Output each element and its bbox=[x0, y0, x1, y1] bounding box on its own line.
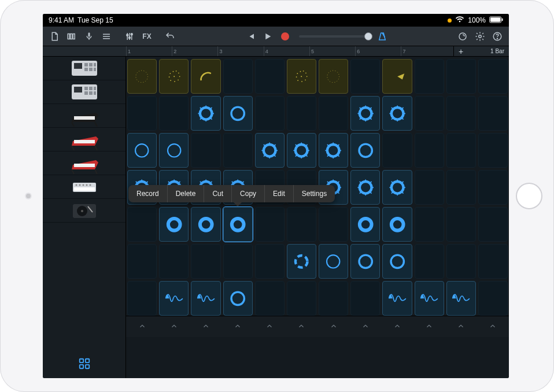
loop-cell[interactable] bbox=[446, 59, 476, 94]
add-bar-button[interactable]: + bbox=[459, 47, 463, 56]
loop-cell[interactable] bbox=[255, 244, 285, 279]
loop-cell[interactable] bbox=[223, 133, 253, 168]
loop-cell[interactable] bbox=[255, 59, 285, 94]
loop-cell[interactable] bbox=[382, 170, 412, 205]
loop-cell[interactable] bbox=[255, 207, 285, 242]
column-trigger[interactable] bbox=[255, 319, 285, 334]
loop-cell[interactable] bbox=[255, 133, 285, 168]
loop-cell[interactable] bbox=[223, 244, 253, 279]
context-copy-button[interactable]: Copy bbox=[232, 185, 265, 202]
loop-cell[interactable] bbox=[382, 207, 412, 242]
loop-cell[interactable] bbox=[446, 170, 476, 205]
context-edit-button[interactable]: Edit bbox=[265, 185, 294, 202]
loop-cell[interactable] bbox=[415, 133, 444, 168]
record-button[interactable] bbox=[277, 29, 293, 44]
loop-cell[interactable] bbox=[319, 133, 348, 168]
track-header-synth[interactable] bbox=[43, 175, 125, 199]
column-trigger[interactable] bbox=[350, 319, 380, 334]
context-cut-button[interactable]: Cut bbox=[204, 185, 232, 202]
loop-cell[interactable] bbox=[223, 281, 253, 316]
track-header-keyboard-2[interactable] bbox=[43, 128, 125, 151]
loop-cell[interactable] bbox=[350, 96, 380, 131]
loop-cell[interactable] bbox=[159, 96, 189, 131]
loop-cell[interactable] bbox=[287, 133, 316, 168]
loop-cell[interactable] bbox=[159, 207, 189, 242]
column-trigger[interactable] bbox=[415, 319, 444, 334]
help-button[interactable] bbox=[489, 29, 505, 44]
loop-cell[interactable] bbox=[255, 281, 285, 316]
loop-cell[interactable] bbox=[382, 281, 412, 316]
loop-cell[interactable] bbox=[478, 244, 508, 279]
play-button[interactable] bbox=[260, 29, 276, 44]
master-volume-slider[interactable] bbox=[299, 35, 368, 38]
loop-cell[interactable] bbox=[319, 281, 348, 316]
loop-cell[interactable] bbox=[255, 96, 285, 131]
loop-cell[interactable] bbox=[350, 244, 380, 279]
mic-button[interactable] bbox=[81, 29, 97, 44]
live-loops-icon[interactable] bbox=[78, 357, 91, 372]
loop-cell[interactable] bbox=[446, 96, 476, 131]
loop-cell[interactable] bbox=[191, 133, 220, 168]
loop-cell[interactable] bbox=[478, 170, 508, 205]
column-trigger[interactable] bbox=[127, 319, 157, 334]
loop-cell[interactable] bbox=[191, 281, 220, 316]
loop-cell[interactable] bbox=[223, 96, 253, 131]
bar-label[interactable]: 1 Bar bbox=[490, 48, 504, 54]
column-trigger[interactable] bbox=[478, 319, 508, 334]
track-header-keyboard-3[interactable] bbox=[43, 151, 125, 175]
metronome-button[interactable] bbox=[374, 29, 390, 44]
mixer-button[interactable] bbox=[121, 29, 138, 44]
loop-cell[interactable] bbox=[478, 59, 508, 94]
column-trigger[interactable] bbox=[382, 319, 412, 334]
column-trigger[interactable] bbox=[191, 319, 220, 334]
loop-cell[interactable] bbox=[478, 133, 508, 168]
loop-cell[interactable] bbox=[415, 281, 444, 316]
rewind-button[interactable] bbox=[242, 29, 258, 44]
loop-cell[interactable] bbox=[191, 244, 220, 279]
loop-cell[interactable] bbox=[350, 133, 380, 168]
loop-cell[interactable] bbox=[287, 96, 316, 131]
loop-cell[interactable] bbox=[127, 96, 157, 131]
loop-cell[interactable] bbox=[159, 244, 189, 279]
loop-cell[interactable] bbox=[191, 59, 220, 94]
loop-cell[interactable] bbox=[446, 281, 476, 316]
fx-button[interactable]: FX bbox=[139, 29, 155, 44]
settings-button[interactable] bbox=[472, 29, 488, 44]
loop-cell[interactable] bbox=[478, 96, 508, 131]
browser-button[interactable] bbox=[64, 29, 80, 44]
loop-cell[interactable] bbox=[319, 244, 348, 279]
loop-cell[interactable] bbox=[350, 59, 380, 94]
loop-cell[interactable] bbox=[223, 59, 253, 94]
loop-cell[interactable] bbox=[382, 244, 412, 279]
context-settings-button[interactable]: Settings bbox=[294, 185, 335, 202]
loop-cell[interactable] bbox=[415, 96, 444, 131]
undo-button[interactable] bbox=[162, 29, 178, 44]
my-songs-button[interactable] bbox=[46, 29, 62, 44]
loop-cell[interactable] bbox=[191, 207, 220, 242]
track-header-turntable[interactable] bbox=[43, 199, 125, 223]
loop-cell[interactable] bbox=[159, 59, 189, 94]
loop-cell[interactable] bbox=[415, 244, 444, 279]
loop-cell[interactable] bbox=[382, 96, 412, 131]
loop-cell[interactable] bbox=[446, 133, 476, 168]
loop-cell[interactable] bbox=[319, 207, 348, 242]
loop-cell[interactable] bbox=[478, 207, 508, 242]
loop-cell[interactable] bbox=[350, 281, 380, 316]
track-header-drum-machine-1[interactable] bbox=[43, 57, 125, 80]
column-trigger[interactable] bbox=[287, 319, 316, 334]
loop-cell[interactable] bbox=[287, 59, 316, 94]
loop-cell[interactable] bbox=[478, 281, 508, 316]
home-button[interactable] bbox=[516, 183, 542, 209]
loop-cell[interactable] bbox=[319, 96, 348, 131]
loop-cell[interactable] bbox=[446, 244, 476, 279]
loop-cell[interactable] bbox=[319, 59, 348, 94]
loop-cell[interactable] bbox=[382, 133, 412, 168]
loop-cell[interactable] bbox=[127, 59, 157, 94]
loop-cell[interactable] bbox=[415, 170, 444, 205]
column-trigger[interactable] bbox=[446, 319, 476, 334]
loop-cell[interactable] bbox=[382, 59, 412, 94]
loop-cell[interactable] bbox=[287, 281, 316, 316]
loop-cell[interactable] bbox=[191, 96, 220, 131]
loop-cell[interactable] bbox=[350, 207, 380, 242]
loop-cell[interactable] bbox=[350, 170, 380, 205]
